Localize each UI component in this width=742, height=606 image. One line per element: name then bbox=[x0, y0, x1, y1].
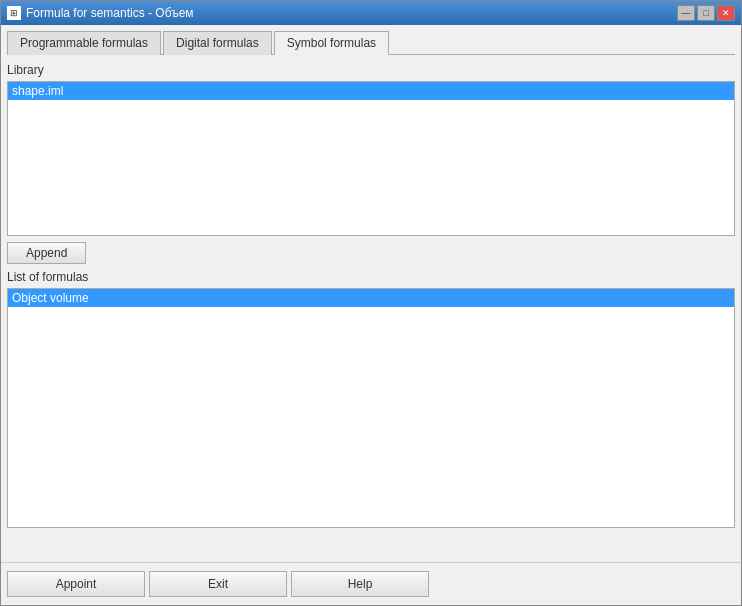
title-controls: — □ ✕ bbox=[677, 5, 735, 21]
library-listbox[interactable]: shape.iml bbox=[7, 81, 735, 236]
close-button[interactable]: ✕ bbox=[717, 5, 735, 21]
append-section: Append bbox=[7, 242, 735, 264]
bottom-buttons: Appoint Exit Help bbox=[1, 562, 741, 605]
window-title: Formula for semantics - Объем bbox=[26, 6, 194, 20]
library-item[interactable]: shape.iml bbox=[8, 82, 734, 100]
title-bar: ⊞ Formula for semantics - Объем — □ ✕ bbox=[1, 1, 741, 25]
tab-bar: Programmable formulas Digital formulas S… bbox=[7, 31, 735, 55]
main-window: ⊞ Formula for semantics - Объем — □ ✕ Pr… bbox=[0, 0, 742, 606]
window-icon: ⊞ bbox=[7, 6, 21, 20]
minimize-button[interactable]: — bbox=[677, 5, 695, 21]
tab-programmable-formulas[interactable]: Programmable formulas bbox=[7, 31, 161, 55]
formulas-listbox[interactable]: Object volume bbox=[7, 288, 735, 528]
formulas-list-label: List of formulas bbox=[7, 270, 735, 284]
exit-button[interactable]: Exit bbox=[149, 571, 287, 597]
window-content: Programmable formulas Digital formulas S… bbox=[1, 25, 741, 562]
formula-item[interactable]: Object volume bbox=[8, 289, 734, 307]
library-label: Library bbox=[7, 63, 735, 77]
appoint-button[interactable]: Appoint bbox=[7, 571, 145, 597]
tab-symbol-formulas[interactable]: Symbol formulas bbox=[274, 31, 389, 55]
help-button[interactable]: Help bbox=[291, 571, 429, 597]
title-bar-left: ⊞ Formula for semantics - Объем bbox=[7, 6, 194, 20]
append-button[interactable]: Append bbox=[7, 242, 86, 264]
tab-digital-formulas[interactable]: Digital formulas bbox=[163, 31, 272, 55]
maximize-button[interactable]: □ bbox=[697, 5, 715, 21]
